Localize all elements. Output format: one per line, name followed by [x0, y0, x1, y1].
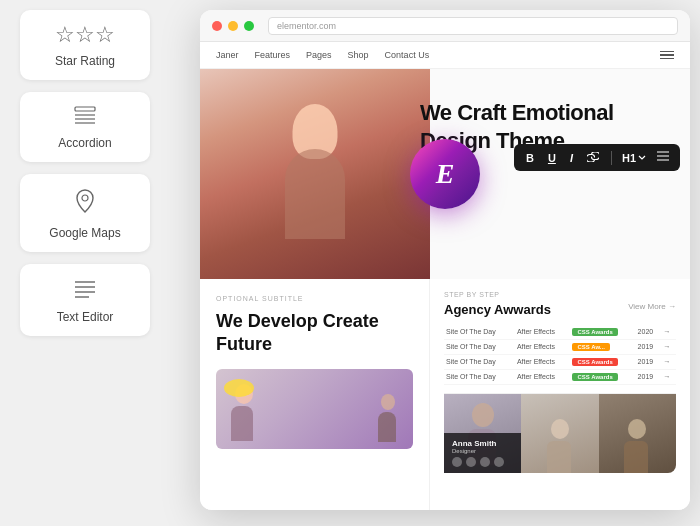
photo-name-1: Anna Smith: [452, 439, 513, 448]
svg-rect-0: [75, 107, 95, 111]
widget-card-google-maps[interactable]: Google Maps: [20, 174, 150, 252]
browser-address-bar: elementor.com: [268, 17, 678, 35]
award-row-4: Site Of The Day After Effects CSS Awards…: [444, 369, 676, 384]
toolbar-link[interactable]: [585, 151, 601, 165]
social-icon-4: [494, 457, 504, 467]
social-icon-3: [480, 457, 490, 467]
browser-url: elementor.com: [277, 21, 336, 31]
elementor-badge: E: [410, 139, 480, 209]
award-badge-3: CSS Awards: [572, 358, 617, 366]
hamburger-menu[interactable]: [660, 51, 674, 60]
accordion-label: Accordion: [58, 136, 111, 150]
hero-section: We Craft Emotional Design Theme B U I H1: [200, 69, 690, 279]
text-editor-label: Text Editor: [57, 310, 114, 324]
browser-dot-fullscreen: [244, 21, 254, 31]
award-col-tool-3: After Effects: [515, 354, 570, 369]
content-right: STEP BY STEP Agency Awwards View More → …: [430, 279, 690, 510]
photo-subtitle-1: Designer: [452, 448, 513, 454]
toolbar-underline[interactable]: U: [546, 151, 558, 165]
awards-eyebrow: STEP BY STEP: [444, 291, 676, 298]
awards-header: Agency Awwards View More →: [444, 302, 676, 319]
toolbar-italic[interactable]: I: [568, 151, 575, 165]
award-col-site-1: Site Of The Day: [444, 325, 515, 340]
photo-overlay-1: Anna Smith Designer: [444, 433, 521, 473]
svg-point-4: [82, 195, 88, 201]
elementor-logo: E: [436, 158, 455, 190]
award-col-site-3: Site Of The Day: [444, 354, 515, 369]
scene: ☆☆☆ Star Rating Accordion Goog: [0, 0, 700, 526]
award-col-arrow-1: →: [661, 325, 676, 340]
photo-card-2: [521, 394, 598, 473]
award-col-year-2: 2019: [636, 339, 662, 354]
toolbar-list[interactable]: [656, 150, 670, 165]
photo-social-icons: [452, 457, 513, 467]
browser-mockup: elementor.com Janer Features Pages Shop …: [200, 10, 690, 510]
toolbar-bold[interactable]: B: [524, 151, 536, 165]
toolbar-heading[interactable]: H1: [622, 152, 646, 164]
awards-title: Agency Awwards: [444, 302, 551, 319]
google-maps-label: Google Maps: [49, 226, 120, 240]
award-col-site-4: Site Of The Day: [444, 369, 515, 384]
award-row-1: Site Of The Day After Effects CSS Awards…: [444, 325, 676, 340]
photo-card-3: [599, 394, 676, 473]
photos-row: Anna Smith Designer: [444, 393, 676, 473]
award-badge-1: CSS Awards: [572, 328, 617, 336]
award-col-tool-2: After Effects: [515, 339, 570, 354]
award-col-name-3: CSS Awards: [570, 354, 635, 369]
award-col-name-1: CSS Awards: [570, 325, 635, 340]
text-editor-icon: [73, 278, 97, 302]
social-icon-2: [466, 457, 476, 467]
nav-item-janer[interactable]: Janer: [216, 50, 239, 60]
google-maps-icon: [73, 188, 97, 218]
award-col-name-2: CSS Aw...: [570, 339, 635, 354]
award-row-3: Site Of The Day After Effects CSS Awards…: [444, 354, 676, 369]
nav-item-shop[interactable]: Shop: [348, 50, 369, 60]
award-col-name-4: CSS Awards: [570, 369, 635, 384]
browser-dot-close: [212, 21, 222, 31]
widget-card-star-rating[interactable]: ☆☆☆ Star Rating: [20, 10, 150, 80]
star-rating-icon: ☆☆☆: [55, 24, 115, 46]
content-section: OPTIONAL SUBTITLE We Develop Create Futu…: [200, 279, 690, 510]
award-col-year-1: 2020: [636, 325, 662, 340]
photo-card-1: Anna Smith Designer: [444, 394, 521, 473]
award-table: Site Of The Day After Effects CSS Awards…: [444, 325, 676, 385]
site-nav: Janer Features Pages Shop Contact Us: [200, 42, 690, 69]
nav-item-pages[interactable]: Pages: [306, 50, 332, 60]
browser-dot-minimize: [228, 21, 238, 31]
nav-item-contact[interactable]: Contact Us: [385, 50, 430, 60]
accordion-icon: [73, 106, 97, 128]
award-col-arrow-4: →: [661, 369, 676, 384]
award-col-tool-1: After Effects: [515, 325, 570, 340]
award-col-arrow-3: →: [661, 354, 676, 369]
content-left-title: We Develop Create Future: [216, 310, 413, 357]
toolbar-divider: [611, 151, 612, 165]
award-col-site-2: Site Of The Day: [444, 339, 515, 354]
award-badge-2: CSS Aw...: [572, 343, 609, 351]
award-col-year-4: 2019: [636, 369, 662, 384]
award-row-2: Site Of The Day After Effects CSS Aw... …: [444, 339, 676, 354]
browser-chrome: elementor.com: [200, 10, 690, 42]
award-col-arrow-2: →: [661, 339, 676, 354]
award-badge-4: CSS Awards: [572, 373, 617, 381]
hero-image: [200, 69, 430, 279]
view-more-link[interactable]: View More →: [628, 302, 676, 311]
nav-item-features[interactable]: Features: [255, 50, 291, 60]
star-rating-label: Star Rating: [55, 54, 115, 68]
social-icon-1: [452, 457, 462, 467]
optional-subtitle: OPTIONAL SUBTITLE: [216, 295, 413, 302]
sidebar: ☆☆☆ Star Rating Accordion Goog: [20, 10, 150, 336]
text-toolbar: B U I H1: [514, 144, 680, 171]
award-col-tool-4: After Effects: [515, 369, 570, 384]
content-left: OPTIONAL SUBTITLE We Develop Create Futu…: [200, 279, 430, 510]
widget-card-accordion[interactable]: Accordion: [20, 92, 150, 162]
content-left-image: [216, 369, 413, 449]
hero-portrait: [200, 69, 430, 279]
widget-card-text-editor[interactable]: Text Editor: [20, 264, 150, 336]
award-col-year-3: 2019: [636, 354, 662, 369]
